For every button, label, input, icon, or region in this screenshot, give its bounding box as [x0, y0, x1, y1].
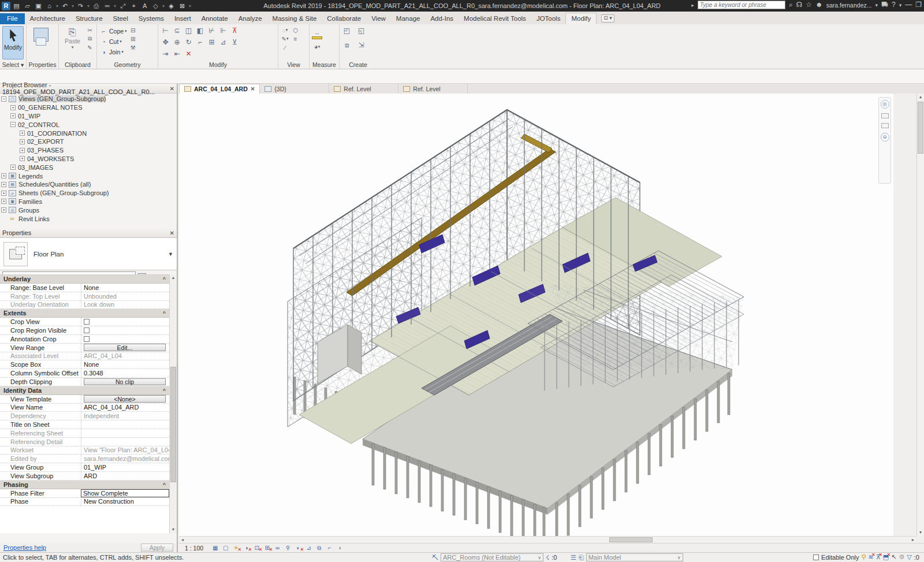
- prop-row[interactable]: Column Symbolic Offset0.3048: [0, 369, 169, 378]
- match-type-icon[interactable]: ✎: [85, 43, 94, 51]
- view-tab-close-icon[interactable]: ✕: [251, 86, 255, 92]
- wall-joins-icon[interactable]: ⊞: [129, 35, 137, 43]
- panel-label-select[interactable]: Select ▾: [0, 61, 26, 68]
- reveal-hidden-elements-icon[interactable]: ⚲: [284, 544, 292, 552]
- tree-item-legends[interactable]: +▦Legends: [1, 172, 177, 180]
- tree-item-schedules[interactable]: +▤Schedules/Quantities (all): [1, 180, 177, 189]
- redo-icon[interactable]: ↷: [76, 2, 85, 10]
- help-icon[interactable]: ?: [892, 1, 896, 9]
- crop-region-icon[interactable]: ⊞✕: [263, 544, 271, 552]
- project-browser-header[interactable]: Project Browser - 18194_OPE_MOD_PART_A21…: [0, 84, 177, 94]
- tree-item-groups[interactable]: +◎Groups: [1, 206, 177, 214]
- temporary-view-properties-icon[interactable]: ◐✕: [294, 544, 303, 552]
- align-icon[interactable]: ⊢: [161, 26, 170, 35]
- group-phasing[interactable]: Phasing^: [0, 481, 169, 489]
- zoom-icon[interactable]: ⊖: [881, 133, 889, 142]
- group-identity-data[interactable]: Identity Data^: [0, 386, 169, 395]
- default-3d-view-icon[interactable]: ◇: [151, 2, 161, 10]
- prop-row[interactable]: Phase FilterShow Complete: [0, 489, 169, 498]
- tab-systems[interactable]: Systems: [133, 13, 169, 24]
- modify-tool-button[interactable]: Modify: [2, 26, 24, 59]
- view-tab-ref-level-2[interactable]: Ref. Level: [398, 84, 468, 94]
- steering-wheel-icon[interactable]: ◎: [881, 100, 889, 109]
- customize-qat-icon[interactable]: ▾: [189, 3, 191, 9]
- prop-row[interactable]: Crop Region Visible: [0, 326, 169, 335]
- view-scale-button[interactable]: 1 : 100: [185, 545, 203, 552]
- properties-help-link[interactable]: Properties help: [3, 544, 46, 551]
- apply-coping-icon[interactable]: ⊟: [129, 26, 137, 34]
- exclude-options-icon[interactable]: ⎗: [579, 554, 584, 561]
- array-icon[interactable]: ⊞: [207, 38, 217, 47]
- phase-filter-combo[interactable]: Show Complete: [81, 489, 169, 497]
- tab-manage[interactable]: Manage: [391, 13, 426, 24]
- collapse-arrow-icon[interactable]: ‹: [336, 544, 344, 552]
- visual-style-icon[interactable]: ▢: [221, 544, 230, 552]
- view-tab-3d[interactable]: {3D}: [260, 84, 329, 94]
- create-group-icon[interactable]: ⧈: [342, 40, 352, 50]
- tree-item-phases[interactable]: +03_PHASES: [1, 146, 177, 155]
- tab-insert[interactable]: Insert: [169, 13, 196, 24]
- redo-dropdown-icon[interactable]: ▾: [87, 3, 90, 9]
- properties-header[interactable]: Properties ✕: [0, 228, 177, 238]
- prop-row[interactable]: View NameARC_04_L04_ARD: [0, 404, 169, 412]
- paste-button[interactable]: ⎘ Paste ▾: [61, 26, 84, 61]
- prop-row[interactable]: Scope BoxNone: [0, 360, 169, 369]
- pin-icon[interactable]: ⊼: [230, 26, 240, 35]
- detail-level-icon[interactable]: ▦: [211, 544, 219, 552]
- shadows-icon[interactable]: ◑✕: [242, 544, 251, 552]
- open-icon[interactable]: ▱: [23, 2, 32, 10]
- user-dropdown-icon[interactable]: ▾: [875, 2, 878, 8]
- zoom-extents-icon[interactable]: [881, 123, 889, 128]
- type-selector[interactable]: Floor Plan ▼: [0, 238, 177, 270]
- section-icon[interactable]: ◈: [166, 2, 176, 10]
- signed-in-user[interactable]: sara.fernandez...: [826, 2, 872, 9]
- cut-to-clipboard-icon[interactable]: ✂: [85, 26, 94, 34]
- analytical-model-icon[interactable]: ⊿: [304, 544, 313, 552]
- account-icon[interactable]: ☻: [815, 1, 823, 9]
- create-assembly-icon[interactable]: ⇲: [356, 40, 366, 50]
- type-selector-dropdown-icon[interactable]: ▼: [168, 251, 173, 257]
- reveal-constraints-icon[interactable]: ⌐: [325, 544, 334, 552]
- unpin-icon[interactable]: ⊻: [230, 38, 240, 47]
- undo-dropdown-icon[interactable]: ▾: [72, 3, 74, 9]
- drawing-area[interactable]: ◎ ⊖: [179, 94, 893, 536]
- split-with-gap-icon[interactable]: ⊩: [218, 26, 228, 35]
- search-collapse-icon[interactable]: ▸: [691, 2, 694, 8]
- view-range-edit-button[interactable]: Edit...: [84, 344, 166, 351]
- reveal-hidden-icon[interactable]: ≡: [291, 35, 300, 43]
- tree-item-views[interactable]: −▢Views (GEN_Group-Subgroup): [1, 95, 177, 103]
- 3d-dropdown-icon[interactable]: ▾: [162, 3, 165, 9]
- sync-dropdown-icon[interactable]: ▾: [56, 3, 58, 9]
- properties-toggle-button[interactable]: [29, 26, 53, 61]
- crop-region-visible-checkbox[interactable]: [84, 327, 90, 333]
- group-underlay[interactable]: Underlay^: [0, 275, 169, 284]
- rotate-icon[interactable]: ↻: [184, 38, 193, 47]
- cut-geometry-button[interactable]: ◔ Cut▾: [99, 36, 127, 47]
- properties-scroll-thumb[interactable]: [170, 367, 176, 482]
- text-icon[interactable]: A: [140, 2, 150, 10]
- sync-icon[interactable]: ⌂: [44, 2, 54, 10]
- ribbon-display-options-icon[interactable]: ⊡ ▾: [601, 14, 614, 23]
- editable-only-checkbox[interactable]: [813, 554, 819, 560]
- tree-item-general-notes[interactable]: +00_GENERAL NOTES: [1, 103, 177, 112]
- tree-item-control[interactable]: −02_CONTROL: [1, 120, 177, 129]
- scroll-down-icon[interactable]: ▼: [170, 526, 177, 533]
- tree-item-images[interactable]: +03_IMAGES: [1, 163, 177, 172]
- tab-architecture[interactable]: Architecture: [25, 13, 70, 24]
- split-element-icon[interactable]: ⊬: [207, 26, 217, 35]
- revit-logo-icon[interactable]: R: [2, 2, 10, 10]
- project-browser-close-icon[interactable]: ✕: [170, 85, 174, 92]
- tree-item-families[interactable]: +▣Families: [1, 198, 177, 206]
- mirror-pick-axis-icon[interactable]: ◫: [184, 26, 193, 35]
- scroll-up-icon[interactable]: ▲: [170, 274, 177, 281]
- exchange-apps-icon[interactable]: ☊: [796, 1, 803, 9]
- select-by-face-icon[interactable]: ⬒✕: [883, 553, 889, 561]
- displacement-sets-icon[interactable]: ⧉: [315, 544, 323, 552]
- tree-item-wip[interactable]: +01_WIP: [1, 112, 177, 121]
- tag-icon[interactable]: ⌖: [129, 2, 139, 10]
- tab-massing-site[interactable]: Massing & Site: [267, 13, 322, 24]
- crop-view-checkbox[interactable]: [84, 319, 90, 325]
- scale-icon[interactable]: ⊿: [218, 38, 228, 47]
- favorites-star-icon[interactable]: ☆: [806, 1, 812, 9]
- scroll-up-icon[interactable]: ▲: [917, 94, 924, 101]
